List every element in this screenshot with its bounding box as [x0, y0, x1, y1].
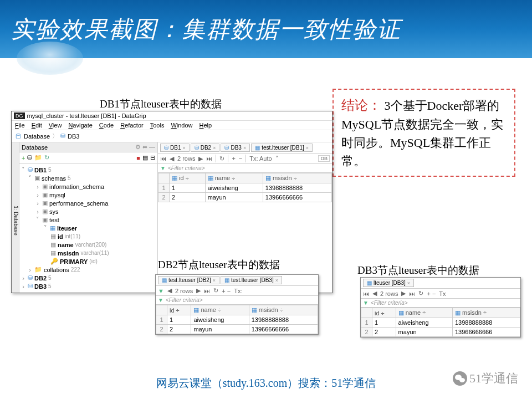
menu-tools[interactable]: Tools: [150, 122, 165, 129]
filter-placeholder[interactable]: <Filter criteria>: [168, 165, 205, 171]
remove-row-icon[interactable]: −: [239, 155, 242, 162]
menu-bar[interactable]: File Edit View Navigate Code Refactor To…: [12, 121, 332, 130]
table-row[interactable]: 22mayun13966666666: [158, 193, 332, 202]
tree-col-id[interactable]: id: [58, 233, 63, 240]
tree-schemas[interactable]: schemas: [42, 175, 66, 182]
table-row[interactable]: 11aiweisheng13988888888: [158, 183, 332, 193]
result-toolbar[interactable]: ⏮ ◀ 2 rows ▶ ⏭ ↻ + − Tx: Auto ˅ DB: [158, 154, 332, 164]
close-icon[interactable]: ×: [306, 145, 309, 151]
tx-mode[interactable]: Tx: Auto: [249, 155, 272, 162]
add-row-icon[interactable]: +: [232, 155, 235, 162]
first-page-icon[interactable]: ⏮: [363, 290, 369, 297]
chevron-down-icon[interactable]: ˅: [275, 155, 279, 162]
menu-refactor[interactable]: Refactor: [120, 122, 144, 129]
first-page-icon[interactable]: ⏮: [160, 155, 166, 162]
editor-tabs-db3[interactable]: ▦lteuser [DB3]×: [361, 278, 520, 289]
caption-db3: DB3节点lteuser表中的数据: [357, 263, 479, 278]
tree-test[interactable]: test: [49, 217, 59, 223]
menu-navigate[interactable]: Navigate: [68, 122, 92, 129]
menu-help[interactable]: Help: [200, 122, 212, 129]
funnel-icon[interactable]: ▼: [158, 288, 164, 294]
last-page-icon[interactable]: ⏭: [206, 155, 212, 162]
stop-icon[interactable]: ■: [136, 155, 140, 161]
next-page-icon[interactable]: ▶: [401, 290, 406, 297]
tab-lteuser-db2[interactable]: ▦test.lteuser [DB2]×: [158, 276, 219, 284]
prev-page-icon[interactable]: ◀: [170, 155, 174, 162]
database-tree[interactable]: ˅⛁ DB1 5 ˅▣ schemas 5 ›▣ information_sch…: [19, 163, 157, 293]
funnel-icon[interactable]: ▼: [160, 165, 166, 171]
table-row[interactable]: 11aiweisheng13988888888: [361, 318, 520, 328]
table-row[interactable]: 22mayun13966666666: [156, 325, 318, 334]
close-icon[interactable]: ×: [182, 145, 185, 151]
tx-mode[interactable]: Tx: [439, 290, 446, 297]
tab-lteuser[interactable]: ▦test.lteuser [DB1]×: [251, 144, 313, 152]
menu-edit[interactable]: Edit: [32, 122, 42, 129]
tree-sys[interactable]: sys: [49, 208, 59, 215]
footer-text: 网易云课堂（study.163.com）搜索：51学通信: [0, 376, 532, 391]
caption-db2: DB2节点lteuser表中的数据: [158, 258, 280, 272]
tree-infoschema[interactable]: information_schema: [49, 183, 104, 190]
collapse-icon[interactable]: ⊟: [150, 154, 155, 161]
close-icon[interactable]: ×: [243, 145, 246, 151]
filter-icon[interactable]: ▤: [142, 154, 148, 161]
bc-db3[interactable]: DB3: [68, 133, 79, 140]
result-toolbar-db3[interactable]: ⏮ ◀ 2 rows ▶ ⏭ ↻ + − Tx: [361, 289, 520, 299]
tab-db1[interactable]: ⛁DB1×: [160, 144, 190, 152]
last-page-icon[interactable]: ⏭: [204, 288, 210, 294]
breadcrumb: Database 〉 ⛁ DB3: [12, 130, 332, 142]
reload-icon[interactable]: ↻: [219, 155, 224, 162]
last-page-icon[interactable]: ⏭: [409, 290, 415, 297]
menu-view[interactable]: View: [49, 122, 62, 129]
result-table-db2[interactable]: id ÷▦ name ÷▦ msisdn ÷ 11aiweisheng13988…: [156, 305, 318, 334]
caption-db1: DB1节点lteuser表中的数据: [100, 97, 222, 111]
refresh-icon[interactable]: ↻: [44, 154, 49, 161]
close-icon[interactable]: ×: [213, 145, 216, 151]
result-table-db3[interactable]: id ÷▦ name ÷▦ msisdn ÷ 11aiweisheng13988…: [361, 308, 520, 337]
next-page-icon[interactable]: ▶: [196, 287, 201, 294]
reload-icon[interactable]: ↻: [418, 290, 423, 297]
filter-bar[interactable]: ▼ <Filter criteria>: [158, 164, 332, 173]
tab-lteuser-db3[interactable]: ▦test.lteuser [DB3]×: [221, 276, 282, 284]
app-logo: DG: [14, 112, 25, 119]
tree-primary[interactable]: PRIMARY: [60, 258, 88, 265]
tab-db3[interactable]: ⛁DB3×: [221, 144, 250, 152]
editor-tabs[interactable]: ⛁DB1× ⛁DB2× ⛁DB3× ▦test.lteuser [DB1]×: [158, 142, 332, 154]
tab-lteuser-db3-only[interactable]: ▦lteuser [DB3]×: [363, 279, 414, 287]
tree-col-name[interactable]: name: [58, 242, 74, 248]
rows-count: 2 rows: [380, 290, 398, 297]
tree-db2[interactable]: DB2: [34, 275, 47, 282]
result-toolbar-db2[interactable]: ▼ ◀ 2 rows ▶ ⏭ ↻ + − Tx:: [156, 286, 318, 296]
table-row[interactable]: 11aiweisheng13988888888: [156, 315, 318, 325]
menu-window[interactable]: Window: [171, 122, 192, 129]
tree-lteuser[interactable]: lteuser: [57, 225, 77, 232]
side-tab-database[interactable]: 1: Database: [12, 142, 19, 293]
menu-file[interactable]: File: [15, 122, 25, 129]
tree-db3[interactable]: DB3: [34, 283, 47, 290]
tree-db1[interactable]: DB1: [34, 167, 47, 173]
add-icon[interactable]: +: [22, 155, 25, 161]
editor-tabs-db2[interactable]: ▦test.lteuser [DB2]× ▦test.lteuser [DB3]…: [156, 275, 318, 286]
tx-mode[interactable]: Tx:: [234, 288, 242, 294]
panel-controls[interactable]: ⚙ ⬌ —: [135, 144, 155, 151]
tab-db2[interactable]: ⛁DB2×: [191, 144, 220, 152]
tree-mysql[interactable]: mysql: [49, 192, 65, 198]
db-tool-icon[interactable]: ⛁: [27, 154, 32, 161]
result-table-db1[interactable]: ▦ id ÷ ▦ name ÷ ▦ msisdn ÷ 11aiweisheng1…: [158, 173, 332, 202]
folder-icon[interactable]: 📁: [34, 154, 42, 161]
menu-code[interactable]: Code: [99, 122, 114, 129]
database-icon: [15, 132, 22, 140]
prev-page-icon[interactable]: ◀: [167, 287, 172, 294]
slide-header: 实验效果截图：集群数据一致性验证: [0, 0, 532, 58]
svg-point-0: [16, 134, 21, 136]
reload-icon[interactable]: ↻: [213, 287, 218, 294]
chevron-right-icon: 〉: [52, 132, 58, 140]
panel-toolbar[interactable]: + ⛁ 📁 ↻ ■ ▤ ⊟: [19, 152, 157, 163]
tree-perfschema[interactable]: performance_schema: [49, 200, 108, 207]
next-page-icon[interactable]: ▶: [198, 155, 203, 162]
prev-page-icon[interactable]: ◀: [372, 290, 377, 297]
tree-collations[interactable]: collations: [44, 267, 69, 273]
bc-database[interactable]: Database: [24, 133, 50, 140]
db-indicator[interactable]: DB: [318, 155, 330, 162]
tree-col-msisdn[interactable]: msisdn: [58, 250, 79, 257]
table-row[interactable]: 22mayun13966666666: [361, 328, 520, 337]
